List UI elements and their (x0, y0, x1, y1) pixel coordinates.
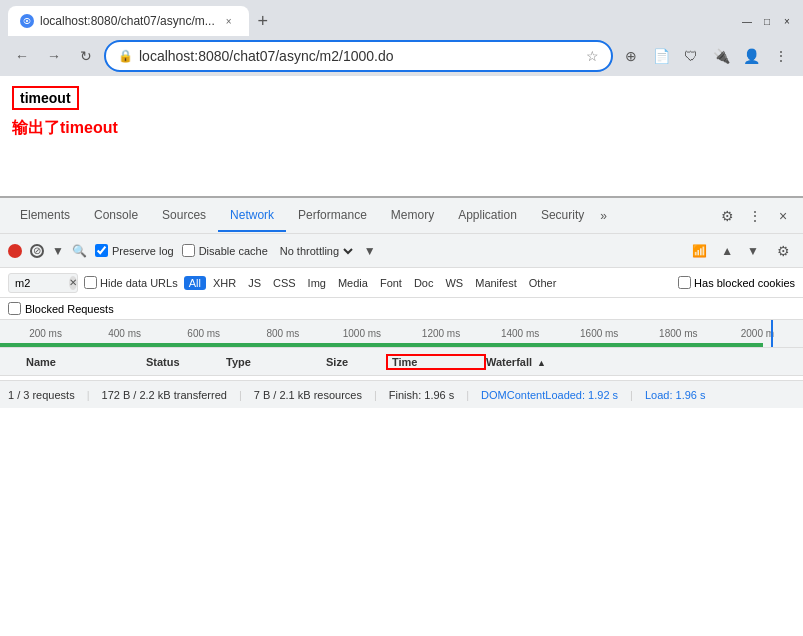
browser-tab[interactable]: ⦿ localhost:8080/chat07/async/m... × (8, 6, 249, 36)
status-dom-content-loaded[interactable]: DOMContentLoaded: 1.92 s (481, 389, 618, 401)
page-content: timeout 输出了timeout (0, 76, 803, 196)
tick-2000: 2000 m (718, 328, 797, 339)
filter-media[interactable]: Media (333, 276, 373, 290)
tick-600: 600 ms (164, 328, 243, 339)
address-bar[interactable]: 🔒 localhost:8080/chat07/async/m2/1000.do… (104, 40, 613, 72)
tick-800: 800 ms (243, 328, 322, 339)
shield-icon[interactable]: 🛡 (677, 42, 705, 70)
tab-elements[interactable]: Elements (8, 200, 82, 232)
network-toolbar: ⊘ ▼ 🔍 Preserve log Disable cache No thro… (0, 234, 803, 268)
menu-icon[interactable]: ⋮ (767, 42, 795, 70)
title-bar: ⦿ localhost:8080/chat07/async/m... × + —… (0, 0, 803, 36)
devtools-tab-bar: Elements Console Sources Network Perform… (0, 198, 803, 234)
filter-css[interactable]: CSS (268, 276, 301, 290)
preserve-log-checkbox[interactable]: Preserve log (95, 244, 174, 257)
header-status[interactable]: Status (146, 356, 226, 368)
devtools-more-icon[interactable]: ⋮ (743, 204, 767, 228)
timeout-message: 输出了timeout (12, 118, 791, 139)
hide-data-urls-checkbox[interactable]: Hide data URLs (84, 276, 178, 289)
header-name[interactable]: Name (26, 356, 146, 368)
extensions-icon[interactable]: ⊕ (617, 42, 645, 70)
tick-1400: 1400 ms (481, 328, 560, 339)
browser-toolbar: ⊕ 📄 🛡 🔌 👤 ⋮ (617, 42, 795, 70)
nav-bar: ← → ↻ 🔒 localhost:8080/chat07/async/m2/1… (0, 36, 803, 76)
maximize-button[interactable]: □ (759, 13, 775, 29)
devtools-settings-icon[interactable]: ⚙ (715, 204, 739, 228)
address-text: localhost:8080/chat07/async/m2/1000.do (139, 48, 580, 64)
filter-input-container[interactable]: ✕ (8, 273, 78, 293)
tab-title: localhost:8080/chat07/async/m... (40, 14, 215, 28)
refresh-button[interactable]: ↻ (72, 42, 100, 70)
tick-200: 200 ms (6, 328, 85, 339)
header-type[interactable]: Type (226, 356, 326, 368)
filter-ws[interactable]: WS (440, 276, 468, 290)
forward-button[interactable]: → (40, 42, 68, 70)
profile-icon[interactable]: 👤 (737, 42, 765, 70)
status-finish: Finish: 1.96 s (389, 389, 454, 401)
tab-network[interactable]: Network (218, 200, 286, 232)
timeline-bar: 200 ms 400 ms 600 ms 800 ms 1000 ms 1200… (0, 320, 803, 348)
status-load[interactable]: Load: 1.96 s (645, 389, 706, 401)
status-transferred: 172 B / 2.2 kB transferred (102, 389, 227, 401)
status-requests: 1 / 3 requests (8, 389, 75, 401)
filter-doc[interactable]: Doc (409, 276, 439, 290)
network-settings-icon[interactable]: ⚙ (771, 239, 795, 263)
tick-1000: 1000 ms (322, 328, 401, 339)
filter-manifest[interactable]: Manifest (470, 276, 522, 290)
network-table-header: Name Status Type Size Time Waterfall ▲ (0, 348, 803, 376)
tab-application[interactable]: Application (446, 200, 529, 232)
tab-sources[interactable]: Sources (150, 200, 218, 232)
import-icon[interactable]: ▲ (717, 242, 737, 260)
bookmark-icon[interactable]: ☆ (586, 48, 599, 64)
filter-input[interactable] (15, 277, 65, 289)
filter-other[interactable]: Other (524, 276, 562, 290)
sort-icon: ▲ (537, 358, 546, 368)
blocked-requests-checkbox[interactable] (8, 302, 21, 315)
filter-img[interactable]: Img (303, 276, 331, 290)
filter-all[interactable]: All (184, 276, 206, 290)
lock-icon: 🔒 (118, 49, 133, 63)
header-time[interactable]: Time (386, 354, 486, 370)
tick-1600: 1600 ms (560, 328, 639, 339)
back-button[interactable]: ← (8, 42, 36, 70)
tab-console[interactable]: Console (82, 200, 150, 232)
filter-clear-button[interactable]: ✕ (69, 276, 77, 290)
tab-favicon: ⦿ (20, 14, 34, 28)
pdf-icon[interactable]: 📄 (647, 42, 675, 70)
record-button[interactable] (8, 244, 22, 258)
timeline-blue-line (771, 320, 773, 347)
header-waterfall[interactable]: Waterfall ▲ (486, 356, 797, 368)
timeout-badge: timeout (12, 86, 79, 110)
filter-font[interactable]: Font (375, 276, 407, 290)
filter-bar: ✕ Hide data URLs All XHR JS CSS Img Medi… (0, 268, 803, 298)
filter-icon[interactable]: ▼ (52, 244, 64, 258)
filter-xhr[interactable]: XHR (208, 276, 241, 290)
plugin-icon[interactable]: 🔌 (707, 42, 735, 70)
wifi-icon[interactable]: 📶 (688, 242, 711, 260)
tick-1200: 1200 ms (401, 328, 480, 339)
new-tab-button[interactable]: + (249, 7, 277, 35)
tab-security[interactable]: Security (529, 200, 596, 232)
tab-close-button[interactable]: × (221, 13, 237, 29)
throttle-select[interactable]: No throttling (276, 244, 356, 258)
browser-chrome: ⦿ localhost:8080/chat07/async/m... × + —… (0, 0, 803, 76)
more-tabs-button[interactable]: » (596, 201, 611, 231)
minimize-button[interactable]: — (739, 13, 755, 29)
disable-cache-checkbox[interactable]: Disable cache (182, 244, 268, 257)
clear-button[interactable]: ⊘ (30, 244, 44, 258)
tick-1800: 1800 ms (639, 328, 718, 339)
blocked-requests-row: Blocked Requests (0, 298, 803, 320)
tick-400: 400 ms (85, 328, 164, 339)
export-icon[interactable]: ▼ (743, 242, 763, 260)
header-size[interactable]: Size (326, 356, 386, 368)
tab-memory[interactable]: Memory (379, 200, 446, 232)
network-toolbar-right: 📶 ▲ ▼ (688, 242, 763, 260)
filter-js[interactable]: JS (243, 276, 266, 290)
search-icon[interactable]: 🔍 (72, 244, 87, 258)
devtools-close-icon[interactable]: × (771, 204, 795, 228)
tab-performance[interactable]: Performance (286, 200, 379, 232)
status-resources: 7 B / 2.1 kB resources (254, 389, 362, 401)
close-button[interactable]: × (779, 13, 795, 29)
throttle-dropdown-icon: ▼ (364, 244, 376, 258)
has-blocked-cookies[interactable]: Has blocked cookies (678, 276, 795, 289)
